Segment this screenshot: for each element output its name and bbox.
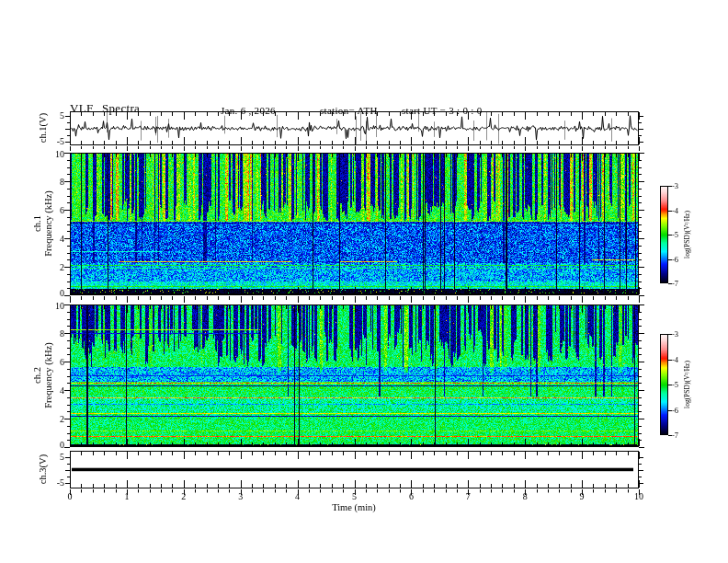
freq-tick-label: 2 <box>42 262 64 272</box>
colorbar-tick-label: -6 <box>672 406 678 415</box>
colorbar-tick-label: -6 <box>672 255 678 264</box>
page-title: VLF Spectra <box>70 102 140 115</box>
header-date: Jan. 6 , 2026 <box>221 105 276 116</box>
header-start-ut: start UT = 3 : 0 : 0 <box>402 105 482 116</box>
time-tick-label: 5 <box>352 491 357 501</box>
ch3-waveform-panel <box>70 451 639 488</box>
freq-tick-label: 4 <box>42 385 64 396</box>
colorbar-tick-label: -5 <box>672 230 678 239</box>
colorbar-tick-label: -3 <box>672 329 678 339</box>
colorbar-ch1-label: log(PSD)(V²/Hz) <box>684 211 691 259</box>
time-tick-label: 1 <box>124 491 129 501</box>
time-axis-title: Time (min) <box>332 502 376 513</box>
volt-tick-label: -5 <box>42 136 64 146</box>
time-tick-label: 8 <box>523 491 528 501</box>
colorbar-ch2-label: log(PSD)(V²/Hz) <box>684 361 691 408</box>
header-station: station= ATH <box>320 105 378 116</box>
time-tick-label: 0 <box>68 491 73 501</box>
ch2-spectrogram-axis-label: ch.2 Frequency (kHz) <box>32 342 53 408</box>
colorbar-tick-label: -4 <box>672 355 678 364</box>
freq-tick-label: 4 <box>42 234 64 244</box>
time-tick-label: 4 <box>295 491 300 501</box>
freq-tick-label: 6 <box>42 205 64 215</box>
time-tick-label: 2 <box>181 491 186 501</box>
ch2-spectrogram-axis-label-line1: ch.2 <box>32 342 43 408</box>
ch1-spectrogram-axis-label-line2: Frequency (kHz) <box>42 190 53 256</box>
colorbar-ch2 <box>660 334 668 435</box>
freq-tick-label: 8 <box>42 177 64 187</box>
colorbar-tick-label: -4 <box>672 206 678 215</box>
freq-tick-label: 8 <box>42 328 64 339</box>
ch1-spectrogram-panel <box>70 153 639 295</box>
colorbar-tick-label: -5 <box>672 380 678 389</box>
ch2-spectrogram-axis-label-line2: Frequency (kHz) <box>42 342 53 408</box>
ch1-spectrogram-axis-label-line1: ch.1 <box>32 190 43 256</box>
colorbar-tick-label: -7 <box>672 279 678 288</box>
colorbar-tick-label: -3 <box>672 181 678 190</box>
time-tick-label: 10 <box>634 491 643 501</box>
freq-tick-label: 0 <box>42 440 64 450</box>
volt-tick-label: 5 <box>42 452 64 462</box>
colorbar-tick-label: -7 <box>672 431 678 440</box>
freq-tick-label: 2 <box>42 414 64 424</box>
time-tick-label: 3 <box>238 491 243 501</box>
vlf-spectra-plot: VLF Spectra Jan. 6 , 2026 station= ATH s… <box>0 0 728 563</box>
freq-tick-label: 0 <box>42 288 64 298</box>
freq-tick-label: 10 <box>42 149 64 159</box>
time-tick-label: 7 <box>466 491 471 501</box>
freq-tick-label: 6 <box>42 357 64 367</box>
volt-tick-label: 5 <box>42 110 64 121</box>
ch1-spectrogram-axis-label: ch.1 Frequency (kHz) <box>32 190 53 256</box>
ch1-waveform-panel <box>70 111 639 145</box>
freq-tick-label: 10 <box>42 301 64 311</box>
ch2-spectrogram-panel <box>70 304 639 447</box>
volt-tick-label: -5 <box>42 477 64 488</box>
colorbar-ch1 <box>660 186 668 283</box>
time-tick-label: 9 <box>580 491 585 501</box>
time-tick-label: 6 <box>409 491 414 501</box>
